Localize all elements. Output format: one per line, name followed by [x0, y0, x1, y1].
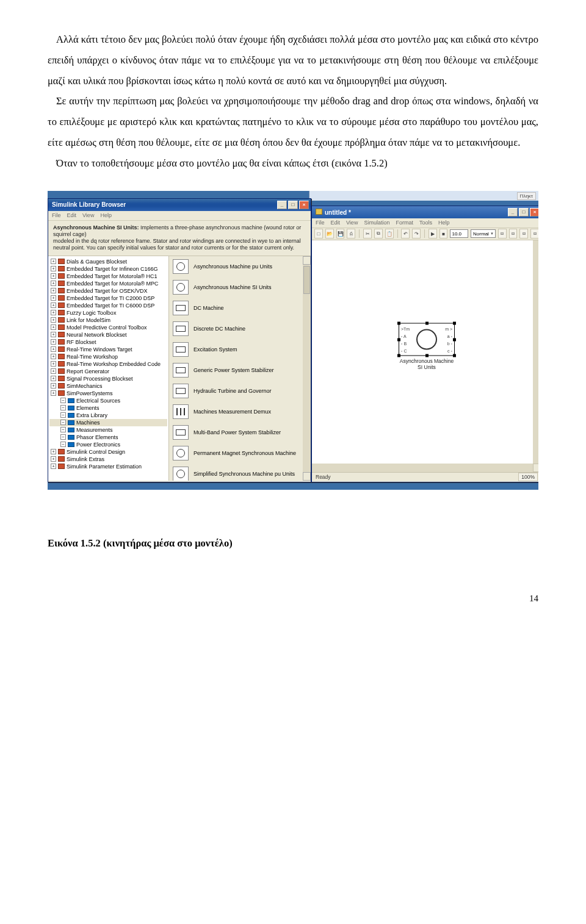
lib-menu-edit[interactable]: Edit: [67, 212, 77, 219]
cut-icon[interactable]: ✂: [363, 229, 372, 238]
plus-icon[interactable]: +: [51, 346, 56, 352]
scrollbar-vertical[interactable]: [303, 256, 311, 481]
lib-menu-view[interactable]: View: [82, 212, 94, 219]
tree-item[interactable]: +SimMechanics: [49, 382, 167, 390]
plus-icon[interactable]: +: [51, 295, 56, 301]
minus-icon[interactable]: −: [60, 412, 66, 418]
plus-icon[interactable]: +: [51, 310, 56, 315]
block-item[interactable]: Asynchronous Machine SI Units: [169, 277, 311, 298]
port-b2[interactable]: b ◦: [447, 342, 452, 346]
tree-item[interactable]: +Real-Time Workshop: [49, 353, 167, 360]
async-machine-block[interactable]: >Tm ◦ A ◦ B ◦ C m > a ◦ b ◦ c ◦ Asynchro…: [399, 323, 455, 370]
port-c[interactable]: ◦ C: [401, 349, 407, 353]
tree-item[interactable]: −Power Electronics: [49, 441, 167, 448]
zoom-level[interactable]: 100%: [518, 473, 538, 481]
minus-icon[interactable]: −: [60, 405, 66, 410]
tree-item[interactable]: +Embedded Target for TI C6000 DSP: [49, 302, 167, 309]
plus-icon[interactable]: +: [51, 376, 56, 381]
resize-grip-icon[interactable]: [533, 464, 538, 472]
copy-icon[interactable]: ⧉: [374, 229, 383, 238]
tree-item[interactable]: +Link for ModelSim: [49, 317, 167, 324]
model-menubar[interactable]: File Edit View Simulation Format Tools H…: [312, 218, 538, 228]
minus-icon[interactable]: −: [60, 420, 66, 425]
minus-icon[interactable]: −: [60, 427, 66, 432]
scroll-down-icon[interactable]: [303, 472, 311, 481]
tree-item[interactable]: +Embedded Target for Motorola® HC1: [49, 273, 167, 280]
tree-item[interactable]: −Elements: [49, 404, 167, 412]
plus-icon[interactable]: +: [51, 456, 56, 462]
plus-icon[interactable]: +: [51, 266, 56, 271]
plus-icon[interactable]: +: [51, 259, 56, 264]
model-menu-edit[interactable]: Edit: [331, 220, 341, 226]
port-a2[interactable]: a ◦: [447, 334, 452, 338]
maximize-button[interactable]: □: [288, 201, 298, 209]
minus-icon[interactable]: −: [60, 442, 66, 447]
plus-icon[interactable]: +: [51, 332, 56, 337]
sel-handle[interactable]: [453, 354, 456, 357]
tree-item[interactable]: −Phasor Elements: [49, 434, 167, 441]
save-icon[interactable]: 💾: [336, 229, 345, 238]
block-item[interactable]: Excitation System: [169, 339, 311, 360]
stop-icon[interactable]: ■: [440, 229, 448, 238]
sel-handle[interactable]: [453, 338, 456, 342]
tool-c-icon[interactable]: ⧈: [519, 229, 528, 238]
model-close-button[interactable]: ×: [530, 208, 538, 217]
undo-icon[interactable]: ↶: [401, 229, 410, 238]
model-window[interactable]: untitled * _ □ × File Edit View Simulati…: [311, 206, 538, 482]
close-button[interactable]: ×: [299, 201, 309, 209]
model-canvas[interactable]: >Tm ◦ A ◦ B ◦ C m > a ◦ b ◦ c ◦ Asynchro…: [312, 240, 538, 472]
block-item[interactable]: DC Machine: [169, 298, 311, 318]
tree-item[interactable]: +Embedded Target for Infineon C166G: [49, 265, 167, 273]
plus-icon[interactable]: +: [51, 281, 56, 286]
print-icon[interactable]: ⎙: [347, 229, 355, 238]
tree-item[interactable]: +Report Generator: [49, 368, 167, 375]
tree-item[interactable]: +Real-Time Workshop Embedded Code: [49, 360, 167, 368]
plus-icon[interactable]: +: [51, 317, 56, 323]
lib-menu-file[interactable]: File: [52, 212, 61, 219]
sel-handle[interactable]: [453, 322, 456, 325]
tree-item[interactable]: +Dials & Gauges Blockset: [49, 258, 167, 265]
tree-item[interactable]: +RF Blockset: [49, 338, 167, 346]
model-maximize-button[interactable]: □: [519, 208, 529, 217]
new-icon[interactable]: □: [314, 229, 323, 238]
tree-item[interactable]: +Simulink Extras: [49, 456, 167, 463]
tree-item[interactable]: +Signal Processing Blockset: [49, 375, 167, 382]
tree-item[interactable]: +Embedded Target for TI C2000 DSP: [49, 295, 167, 302]
block-item[interactable]: Discrete DC Machine: [169, 318, 311, 339]
library-tree[interactable]: +Dials & Gauges Blockset+Embedded Target…: [48, 256, 169, 481]
plus-icon[interactable]: +: [51, 464, 56, 469]
model-menu-tools[interactable]: Tools: [419, 220, 432, 226]
plus-icon[interactable]: +: [51, 288, 56, 293]
plus-icon[interactable]: +: [51, 361, 56, 367]
tree-item[interactable]: −Measurements: [49, 426, 167, 434]
plus-icon[interactable]: +: [51, 303, 56, 308]
model-menu-format[interactable]: Format: [396, 220, 413, 226]
plus-icon[interactable]: +: [51, 339, 56, 345]
sel-handle[interactable]: [425, 322, 429, 325]
minus-icon[interactable]: −: [60, 398, 66, 403]
port-b[interactable]: ◦ B: [401, 342, 407, 346]
port-m[interactable]: m >: [445, 327, 452, 331]
play-icon[interactable]: ▶: [429, 229, 437, 238]
plus-icon[interactable]: +: [51, 368, 56, 374]
lib-menu-help[interactable]: Help: [100, 212, 112, 219]
plus-icon[interactable]: +: [51, 354, 56, 359]
block-item[interactable]: Generic Power System Stabilizer: [169, 360, 311, 381]
sim-mode-select[interactable]: Normal: [471, 229, 496, 238]
tree-item[interactable]: +SimPowerSystems: [49, 390, 167, 397]
tree-item[interactable]: +Model Predictive Control Toolbox: [49, 324, 167, 331]
model-minimize-button[interactable]: _: [508, 208, 518, 217]
block-item[interactable]: Asynchronous Machine pu Units: [169, 256, 311, 277]
tree-item[interactable]: +Embedded Target for OSEK/VDX: [49, 287, 167, 295]
tool-b-icon[interactable]: ⧈: [509, 229, 518, 238]
block-list[interactable]: Asynchronous Machine pu UnitsAsynchronou…: [169, 256, 311, 481]
tool-a-icon[interactable]: ⧈: [498, 229, 507, 238]
sel-handle[interactable]: [397, 338, 400, 342]
model-menu-view[interactable]: View: [346, 220, 358, 226]
block-item[interactable]: Permanent Magnet Synchronous Machine: [169, 443, 311, 464]
plus-icon[interactable]: +: [51, 324, 56, 330]
model-vscroll[interactable]: [533, 240, 538, 472]
block-item[interactable]: Machines Measurement Demux: [169, 401, 311, 422]
minimize-button[interactable]: _: [277, 201, 287, 209]
tree-item[interactable]: −Machines: [49, 419, 167, 426]
